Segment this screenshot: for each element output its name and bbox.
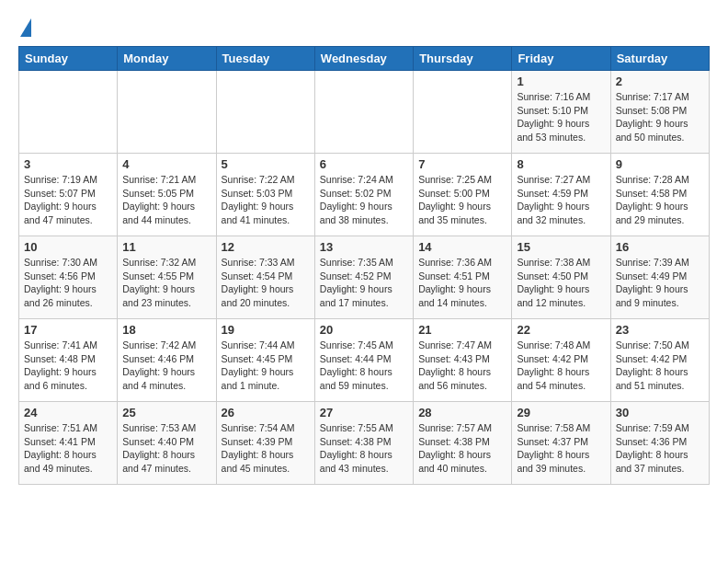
day-info: Sunrise: 7:33 AM Sunset: 4:54 PM Dayligh… (222, 256, 310, 310)
day-info: Sunrise: 7:27 AM Sunset: 4:59 PM Dayligh… (517, 173, 605, 227)
day-number: 3 (24, 157, 112, 171)
day-info: Sunrise: 7:41 AM Sunset: 4:48 PM Dayligh… (24, 339, 112, 393)
day-cell: 21Sunrise: 7:47 AM Sunset: 4:43 PM Dayli… (414, 319, 512, 402)
day-number: 12 (222, 240, 310, 254)
day-info: Sunrise: 7:38 AM Sunset: 4:50 PM Dayligh… (517, 256, 605, 310)
day-number: 24 (24, 406, 112, 419)
day-number: 30 (616, 406, 704, 419)
day-info: Sunrise: 7:54 AM Sunset: 4:39 PM Dayligh… (222, 421, 310, 476)
col-thursday: Thursday (414, 47, 512, 71)
week-row-3: 10Sunrise: 7:30 AM Sunset: 4:56 PM Dayli… (19, 236, 710, 319)
day-number: 16 (616, 240, 704, 254)
day-info: Sunrise: 7:57 AM Sunset: 4:38 PM Dayligh… (418, 421, 506, 476)
day-cell: 13Sunrise: 7:35 AM Sunset: 4:52 PM Dayli… (314, 236, 413, 319)
col-monday: Monday (118, 47, 216, 71)
day-cell: 9Sunrise: 7:28 AM Sunset: 4:58 PM Daylig… (610, 154, 709, 236)
day-cell: 8Sunrise: 7:27 AM Sunset: 4:59 PM Daylig… (512, 154, 610, 236)
day-info: Sunrise: 7:30 AM Sunset: 4:56 PM Dayligh… (24, 256, 112, 310)
day-info: Sunrise: 7:28 AM Sunset: 4:58 PM Dayligh… (616, 173, 704, 227)
day-info: Sunrise: 7:44 AM Sunset: 4:45 PM Dayligh… (222, 339, 310, 393)
day-cell: 2Sunrise: 7:17 AM Sunset: 5:08 PM Daylig… (610, 71, 709, 154)
day-number: 10 (24, 240, 112, 254)
day-number: 15 (517, 240, 605, 254)
day-number: 5 (222, 157, 310, 171)
day-info: Sunrise: 7:39 AM Sunset: 4:49 PM Dayligh… (616, 256, 704, 310)
day-info: Sunrise: 7:58 AM Sunset: 4:37 PM Dayligh… (517, 421, 605, 476)
day-number: 13 (320, 240, 408, 254)
day-cell: 12Sunrise: 7:33 AM Sunset: 4:54 PM Dayli… (216, 236, 314, 319)
day-cell: 22Sunrise: 7:48 AM Sunset: 4:42 PM Dayli… (512, 319, 610, 402)
day-cell: 18Sunrise: 7:42 AM Sunset: 4:46 PM Dayli… (118, 319, 216, 402)
day-cell: 15Sunrise: 7:38 AM Sunset: 4:50 PM Dayli… (512, 236, 610, 319)
day-info: Sunrise: 7:51 AM Sunset: 4:41 PM Dayligh… (24, 421, 112, 476)
week-row-1: 1Sunrise: 7:16 AM Sunset: 5:10 PM Daylig… (19, 71, 710, 154)
day-cell: 10Sunrise: 7:30 AM Sunset: 4:56 PM Dayli… (19, 236, 118, 319)
day-cell: 29Sunrise: 7:58 AM Sunset: 4:37 PM Dayli… (512, 402, 610, 485)
day-number: 14 (418, 240, 506, 254)
day-cell: 3Sunrise: 7:19 AM Sunset: 5:07 PM Daylig… (19, 154, 118, 236)
col-sunday: Sunday (19, 47, 118, 71)
day-info: Sunrise: 7:53 AM Sunset: 4:40 PM Dayligh… (122, 421, 210, 476)
day-info: Sunrise: 7:16 AM Sunset: 5:10 PM Dayligh… (517, 90, 605, 144)
logo (18, 18, 31, 37)
day-number: 19 (222, 323, 310, 337)
day-number: 1 (517, 75, 605, 88)
day-cell: 7Sunrise: 7:25 AM Sunset: 5:00 PM Daylig… (414, 154, 512, 236)
page: Sunday Monday Tuesday Wednesday Thursday… (0, 0, 728, 494)
day-number: 29 (517, 406, 605, 419)
day-number: 17 (24, 323, 112, 337)
day-number: 28 (418, 406, 506, 419)
day-number: 2 (616, 75, 704, 88)
day-cell: 30Sunrise: 7:59 AM Sunset: 4:36 PM Dayli… (610, 402, 709, 485)
day-cell: 27Sunrise: 7:55 AM Sunset: 4:38 PM Dayli… (314, 402, 413, 485)
day-cell: 20Sunrise: 7:45 AM Sunset: 4:44 PM Dayli… (314, 319, 413, 402)
day-number: 27 (320, 406, 408, 419)
day-info: Sunrise: 7:19 AM Sunset: 5:07 PM Dayligh… (24, 173, 112, 227)
header-row: Sunday Monday Tuesday Wednesday Thursday… (19, 47, 710, 71)
day-cell: 6Sunrise: 7:24 AM Sunset: 5:02 PM Daylig… (314, 154, 413, 236)
day-info: Sunrise: 7:42 AM Sunset: 4:46 PM Dayligh… (122, 339, 210, 393)
day-cell: 28Sunrise: 7:57 AM Sunset: 4:38 PM Dayli… (414, 402, 512, 485)
col-tuesday: Tuesday (216, 47, 314, 71)
day-info: Sunrise: 7:36 AM Sunset: 4:51 PM Dayligh… (418, 256, 506, 310)
day-info: Sunrise: 7:47 AM Sunset: 4:43 PM Dayligh… (418, 339, 506, 393)
week-row-5: 24Sunrise: 7:51 AM Sunset: 4:41 PM Dayli… (19, 402, 710, 485)
day-cell (118, 71, 216, 154)
day-number: 8 (517, 157, 605, 171)
day-info: Sunrise: 7:48 AM Sunset: 4:42 PM Dayligh… (517, 339, 605, 393)
day-number: 4 (122, 157, 210, 171)
day-number: 23 (616, 323, 704, 337)
day-info: Sunrise: 7:17 AM Sunset: 5:08 PM Dayligh… (616, 90, 704, 144)
day-cell: 17Sunrise: 7:41 AM Sunset: 4:48 PM Dayli… (19, 319, 118, 402)
day-cell (314, 71, 413, 154)
day-cell (216, 71, 314, 154)
day-cell: 26Sunrise: 7:54 AM Sunset: 4:39 PM Dayli… (216, 402, 314, 485)
day-cell: 1Sunrise: 7:16 AM Sunset: 5:10 PM Daylig… (512, 71, 610, 154)
day-cell: 14Sunrise: 7:36 AM Sunset: 4:51 PM Dayli… (414, 236, 512, 319)
col-saturday: Saturday (610, 47, 709, 71)
day-info: Sunrise: 7:21 AM Sunset: 5:05 PM Dayligh… (122, 173, 210, 227)
col-friday: Friday (512, 47, 610, 71)
day-cell (414, 71, 512, 154)
header (18, 18, 710, 37)
day-number: 7 (418, 157, 506, 171)
logo-triangle-icon (20, 18, 31, 37)
day-info: Sunrise: 7:45 AM Sunset: 4:44 PM Dayligh… (320, 339, 408, 393)
calendar-body: 1Sunrise: 7:16 AM Sunset: 5:10 PM Daylig… (19, 71, 710, 485)
day-cell: 23Sunrise: 7:50 AM Sunset: 4:42 PM Dayli… (610, 319, 709, 402)
day-number: 11 (122, 240, 210, 254)
day-info: Sunrise: 7:59 AM Sunset: 4:36 PM Dayligh… (616, 421, 704, 476)
logo-text (18, 18, 31, 37)
day-cell: 16Sunrise: 7:39 AM Sunset: 4:49 PM Dayli… (610, 236, 709, 319)
day-info: Sunrise: 7:55 AM Sunset: 4:38 PM Dayligh… (320, 421, 408, 476)
day-number: 21 (418, 323, 506, 337)
day-number: 6 (320, 157, 408, 171)
day-cell (19, 71, 118, 154)
day-info: Sunrise: 7:25 AM Sunset: 5:00 PM Dayligh… (418, 173, 506, 227)
day-info: Sunrise: 7:50 AM Sunset: 4:42 PM Dayligh… (616, 339, 704, 393)
day-number: 26 (222, 406, 310, 419)
day-info: Sunrise: 7:32 AM Sunset: 4:55 PM Dayligh… (122, 256, 210, 310)
day-number: 20 (320, 323, 408, 337)
day-cell: 25Sunrise: 7:53 AM Sunset: 4:40 PM Dayli… (118, 402, 216, 485)
day-cell: 11Sunrise: 7:32 AM Sunset: 4:55 PM Dayli… (118, 236, 216, 319)
